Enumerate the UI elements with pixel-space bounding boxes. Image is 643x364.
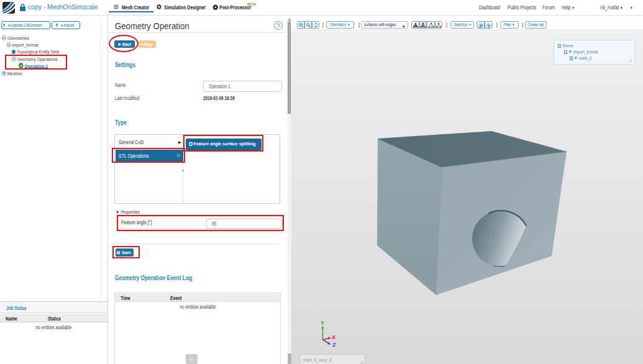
svg-text:Z: Z (332, 342, 336, 348)
svg-text:Y: Y (321, 320, 324, 326)
svg-text:X: X (332, 334, 335, 340)
